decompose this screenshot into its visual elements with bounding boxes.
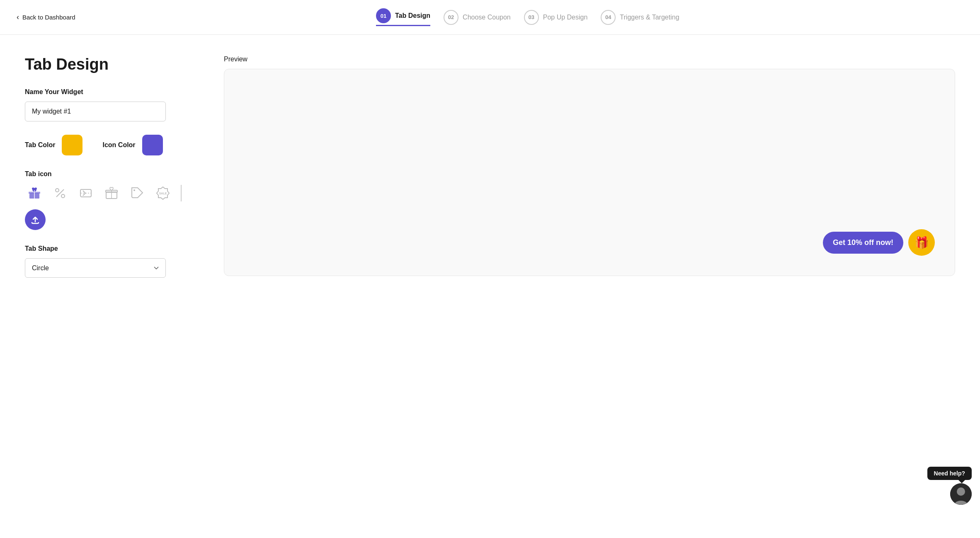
scissors-icon	[79, 186, 93, 200]
icon-color-item: Icon Color	[102, 135, 163, 155]
icons-row: SALE	[25, 184, 199, 230]
step-3[interactable]: 03 Pop Up Design	[524, 10, 588, 25]
tab-color-item: Tab Color	[25, 135, 82, 155]
step-2-num: 02	[444, 10, 458, 25]
preview-widget: Get 10% off now! 🎁	[823, 229, 935, 256]
icon-giftbox-button[interactable]	[102, 184, 121, 203]
svg-point-5	[61, 194, 65, 198]
upload-icon	[30, 214, 41, 225]
step-1[interactable]: 01 Tab Design	[376, 8, 430, 26]
right-panel: Preview Get 10% off now! 🎁	[224, 56, 955, 278]
back-to-dashboard-link[interactable]: ‹ Back to Dashboard	[17, 13, 75, 22]
tab-shape-label: Tab Shape	[25, 245, 199, 252]
icon-color-swatch[interactable]	[142, 135, 163, 155]
page-title: Tab Design	[25, 56, 199, 73]
step-3-num: 03	[524, 10, 539, 25]
step-4-label: Triggers & Targeting	[620, 14, 679, 21]
upload-icon-button[interactable]	[25, 209, 46, 230]
header: ‹ Back to Dashboard 01 Tab Design 02 Cho…	[0, 0, 980, 35]
step-2[interactable]: 02 Choose Coupon	[444, 10, 511, 25]
icon-tag-button[interactable]	[128, 184, 147, 203]
avatar-icon	[950, 483, 972, 505]
tab-color-label: Tab Color	[25, 141, 55, 149]
icon-sale-button[interactable]: SALE	[153, 184, 172, 203]
widget-name-label: Name Your Widget	[25, 88, 199, 96]
tab-icon-label: Tab icon	[25, 170, 199, 178]
icon-scissors-button[interactable]	[76, 184, 95, 203]
step-4[interactable]: 04 Triggers & Targeting	[601, 10, 679, 25]
back-arrow-icon: ‹	[17, 13, 19, 22]
color-row: Tab Color Icon Color	[25, 135, 199, 155]
preview-box: Get 10% off now! 🎁	[224, 69, 955, 276]
percent-icon	[53, 186, 67, 200]
step-1-num: 01	[376, 8, 391, 23]
step-1-label: Tab Design	[395, 12, 430, 19]
sale-icon: SALE	[156, 186, 170, 200]
icon-percent-button[interactable]	[51, 184, 70, 203]
tag-icon	[130, 186, 144, 200]
icon-gift-button[interactable]	[25, 184, 44, 203]
preview-circle-icon: 🎁	[915, 236, 929, 250]
gift-icon	[27, 186, 41, 200]
left-panel: Tab Design Name Your Widget Tab Color Ic…	[25, 56, 199, 278]
preview-circle: 🎁	[908, 229, 935, 256]
back-label: Back to Dashboard	[22, 14, 75, 21]
icon-divider	[181, 185, 182, 201]
step-3-label: Pop Up Design	[543, 14, 588, 21]
giftbox-icon	[104, 186, 119, 200]
svg-text:SALE: SALE	[159, 192, 167, 195]
icon-color-label: Icon Color	[102, 141, 135, 149]
svg-line-6	[56, 189, 64, 197]
main-content: Tab Design Name Your Widget Tab Color Ic…	[0, 35, 980, 298]
step-2-label: Choose Coupon	[463, 14, 511, 21]
preview-bubble: Get 10% off now!	[823, 232, 903, 254]
preview-label: Preview	[224, 56, 955, 63]
step-4-num: 04	[601, 10, 616, 25]
svg-point-4	[56, 189, 59, 192]
tab-shape-select[interactable]: Circle Square Rounded Square	[25, 258, 166, 278]
widget-name-input[interactable]	[25, 102, 166, 121]
need-help-bubble: Need help?	[927, 467, 972, 480]
tab-color-swatch[interactable]	[62, 135, 82, 155]
svg-point-12	[133, 189, 135, 191]
steps-nav: 01 Tab Design 02 Choose Coupon 03 Pop Up…	[92, 8, 963, 26]
need-help-widget: Need help?	[927, 467, 972, 505]
svg-point-16	[957, 487, 965, 496]
avatar[interactable]	[950, 483, 972, 505]
